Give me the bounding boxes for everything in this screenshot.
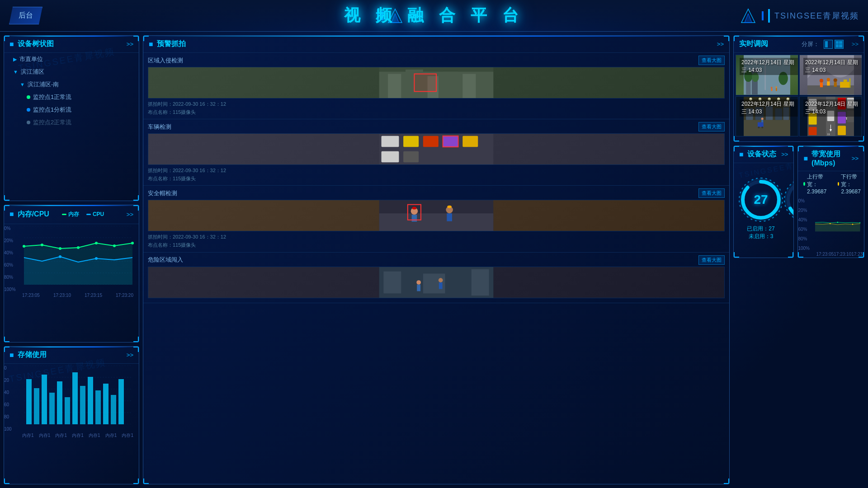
deco-bar-4 xyxy=(768,9,770,23)
split-label: 分屏： xyxy=(802,40,819,48)
video-timestamp-3: 2022年12月14日 星期三 14:03 xyxy=(740,99,798,117)
svg-rect-33 xyxy=(72,372,78,424)
svg-rect-144 xyxy=(447,206,452,208)
svg-point-115 xyxy=(837,222,839,223)
bw-y-labels: 100% 80% 60% 40% 20% 0% xyxy=(798,198,814,253)
svg-rect-29 xyxy=(42,375,47,424)
sidebar-item-monitor1-normal[interactable]: 监控点1正常流 xyxy=(4,91,139,103)
svg-point-17 xyxy=(113,244,116,247)
bw-down-legend: 下行带宽：2.39687 xyxy=(838,173,863,195)
alert-icon: ■ xyxy=(149,40,153,48)
svg-rect-59 xyxy=(827,81,830,85)
alert-item-vehicle: 车辆检测 查看大图 xyxy=(143,119,729,186)
video-cell-2[interactable]: 2022年12月14日 星期三 14:03 xyxy=(799,55,862,95)
alert-helmet-view-btn[interactable]: 查看大图 xyxy=(698,188,725,198)
svg-rect-36 xyxy=(95,390,101,424)
donut-online: 18 在线：18 离线：9 xyxy=(783,177,794,240)
svg-rect-95 xyxy=(838,126,846,135)
bandwidth-more[interactable]: >> xyxy=(852,155,859,162)
alert-zone-view-btn[interactable]: 查看大图 xyxy=(698,56,725,65)
video-grid: 2022年12月14日 星期三 14:03 xyxy=(734,53,864,138)
alert-zone-intrusion-header: 区域入侵检测 查看大图 xyxy=(148,56,725,65)
svg-rect-127 xyxy=(414,74,436,92)
sidebar-item-monitor2-normal[interactable]: 监控点2正常流 xyxy=(4,116,139,129)
svg-rect-129 xyxy=(382,136,399,147)
danger-zone-visual xyxy=(148,267,724,298)
split-button-group xyxy=(824,40,844,49)
back-button[interactable]: 后台 xyxy=(9,7,42,24)
mem-legend: 内存 xyxy=(62,211,79,218)
video-controls: 分屏： >> xyxy=(802,40,859,49)
svg-point-58 xyxy=(827,78,830,81)
bw-down-dot xyxy=(838,182,840,186)
page-title: 视 频 融 合 平 台 xyxy=(344,5,524,27)
zone-intrusion-visual xyxy=(148,67,724,98)
sidebar-item-city[interactable]: ▶ 市直单位 xyxy=(4,53,139,66)
device-tree-title: ■ 设备树状图 >> xyxy=(4,36,139,53)
svg-rect-135 xyxy=(403,151,419,162)
device-status-more[interactable]: >> xyxy=(781,151,788,158)
cpu-legend-dot xyxy=(86,214,91,215)
device-status-icon: ■ xyxy=(739,150,744,159)
svg-rect-39 xyxy=(118,379,124,424)
svg-rect-38 xyxy=(111,395,116,424)
svg-rect-130 xyxy=(403,136,419,147)
center-column: 实时调阅 分屏： >> xyxy=(733,35,864,258)
alert-danger-view-btn[interactable]: 查看大图 xyxy=(698,255,725,265)
svg-point-78 xyxy=(761,117,764,120)
video-cell-1[interactable]: 2022年12月14日 星期三 14:03 xyxy=(736,55,798,95)
svg-rect-63 xyxy=(844,80,847,82)
bandwidth-panel: ■ 带宽使用(Mbps) >> 上行带宽：2.39687 下行带宽：2.3968… xyxy=(797,145,864,258)
svg-point-20 xyxy=(95,257,98,260)
svg-rect-86 xyxy=(830,124,831,129)
cpu-legend: CPU xyxy=(86,211,104,218)
video-cell-3[interactable]: 2022年12月14日 星期三 14:03 xyxy=(736,96,798,137)
svg-rect-37 xyxy=(103,384,108,424)
alert-vehicle-thumb xyxy=(148,133,725,165)
mem-cpu-more[interactable]: >> xyxy=(127,211,133,218)
donut-circle-online: 18 xyxy=(783,177,794,222)
donut-svg-online xyxy=(783,177,794,222)
svg-point-56 xyxy=(820,79,823,83)
svg-rect-138 xyxy=(379,214,494,231)
device-tree-more[interactable]: >> xyxy=(127,41,133,47)
video-cell-4[interactable]: 2022年12月14日 星期三 14:03 STOP xyxy=(799,96,862,137)
bw-up-dot xyxy=(803,182,805,186)
svg-rect-131 xyxy=(423,136,439,147)
alert-more[interactable]: >> xyxy=(717,41,724,47)
storage-panel: ■ 存储使用 >> TSINGSEE青犀视频 100 80 60 40 20 0 xyxy=(4,346,139,484)
svg-rect-31 xyxy=(57,381,62,424)
svg-rect-32 xyxy=(65,397,70,424)
mem-cpu-y-labels: 100% 80% 60% 40% 20% 0% xyxy=(4,226,20,294)
sidebar-item-binjiang[interactable]: ▼ 滨江浦区 xyxy=(4,66,139,78)
mem-cpu-chart xyxy=(21,226,135,285)
svg-rect-62 xyxy=(840,82,849,88)
deco-bar-3 xyxy=(762,11,764,20)
svg-point-81 xyxy=(758,126,760,128)
split-2x2-button[interactable] xyxy=(835,40,844,49)
svg-point-82 xyxy=(761,126,763,128)
mem-cpu-icon: ■ xyxy=(9,210,14,218)
bandwidth-legend: 上行带宽：2.39687 下行带宽：2.39687 xyxy=(798,171,864,197)
sidebar-item-binjiang-south[interactable]: ▼ 滨江浦区-南 xyxy=(4,78,139,91)
device-status-title: ■ 设备状态 >> xyxy=(734,146,793,163)
svg-point-16 xyxy=(95,242,98,244)
status-dot-green xyxy=(27,95,30,99)
svg-point-52 xyxy=(775,86,777,88)
device-tree-icon: ■ xyxy=(9,40,14,48)
svg-rect-134 xyxy=(382,151,399,162)
svg-rect-51 xyxy=(771,89,773,91)
svg-point-15 xyxy=(77,246,80,249)
split-1x1-button[interactable] xyxy=(824,40,833,49)
svg-rect-61 xyxy=(834,82,837,87)
storage-more[interactable]: >> xyxy=(127,352,133,358)
sidebar-item-monitor1-analysis[interactable]: 监控点1分析流 xyxy=(4,103,139,116)
arrow-down-icon-2: ▼ xyxy=(20,82,25,87)
vehicle-detection-visual xyxy=(148,134,724,164)
video-more[interactable]: >> xyxy=(852,41,859,47)
alert-item-zone-intrusion: 区域入侵检测 查看大图 xyxy=(143,53,729,119)
svg-point-50 xyxy=(771,87,773,89)
svg-rect-125 xyxy=(462,74,476,98)
alert-vehicle-view-btn[interactable]: 查看大图 xyxy=(698,122,725,131)
alert-vehicle-header: 车辆检测 查看大图 xyxy=(148,122,725,131)
